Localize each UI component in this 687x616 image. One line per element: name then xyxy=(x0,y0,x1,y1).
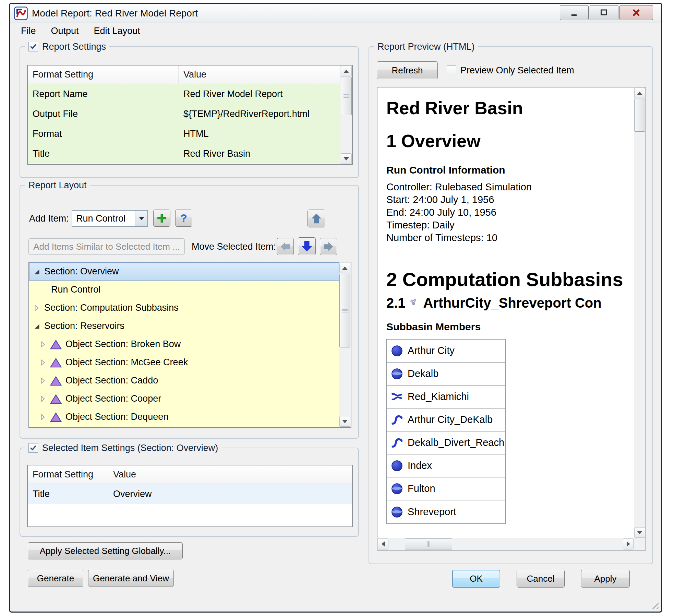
expander-expanded-icon[interactable] xyxy=(33,322,41,330)
cancel-label: Cancel xyxy=(527,573,555,584)
apply-selected-setting-globally-button[interactable]: Apply Selected Setting Globally... xyxy=(28,542,183,559)
setting-value: HTML xyxy=(179,124,340,144)
refresh-button[interactable]: Refresh xyxy=(377,61,438,79)
ok-button[interactable]: OK xyxy=(452,570,500,588)
menu-output[interactable]: Output xyxy=(44,23,86,39)
minimize-button[interactable] xyxy=(560,5,589,20)
resize-grip[interactable] xyxy=(650,601,659,609)
tree-item-section-computation-subbasins[interactable]: Section: Computation Subbasins xyxy=(29,299,339,317)
confluence-icon xyxy=(390,390,403,403)
scrollbar-down-button[interactable] xyxy=(634,527,645,538)
column-header-format-setting[interactable]: Format Setting xyxy=(28,465,108,484)
maximize-button[interactable] xyxy=(590,5,618,20)
tree-item-label: Run Control xyxy=(51,284,100,295)
add-item-combobox[interactable]: Run Control xyxy=(72,210,148,227)
move-left-icon xyxy=(280,241,291,252)
report-layout-group: Report Layout Add Item: Run Control ? Ad… xyxy=(20,185,359,439)
column-header-format-setting[interactable]: Format Setting xyxy=(28,66,179,84)
apply-button[interactable]: Apply xyxy=(581,570,630,588)
scrollbar-down-button[interactable] xyxy=(339,416,350,427)
scrollbar-up-button[interactable] xyxy=(339,263,350,273)
report-settings-checkbox[interactable] xyxy=(28,42,38,51)
tree-item-run-control[interactable]: Run Control xyxy=(29,281,339,299)
table-row[interactable]: Title Red River Basin xyxy=(28,144,340,164)
preview-only-selected-item-checkbox[interactable] xyxy=(447,66,456,75)
tree-item-object-mcgee-creek[interactable]: Object Section: McGee Creek xyxy=(29,353,339,371)
scroll-up-icon xyxy=(344,70,349,73)
scrollbar-thumb[interactable] xyxy=(405,538,452,549)
tree-item-object-cooper[interactable]: Object Section: Cooper xyxy=(29,390,339,408)
expander-expanded-icon[interactable] xyxy=(33,268,41,276)
expander-collapsed-icon[interactable] xyxy=(39,358,47,367)
title-bar[interactable]: Model Report: Red River Model Report xyxy=(10,4,661,23)
table-row[interactable]: Output File ${TEMP}/RedRiverReport.html xyxy=(28,104,340,124)
add-item-button[interactable] xyxy=(153,210,170,227)
run-control-line: Number of Timesteps: 10 xyxy=(386,232,634,244)
tree-item-label: Object Section: Broken Bow xyxy=(65,339,181,350)
vertical-scrollbar[interactable] xyxy=(340,66,352,164)
apply-label: Apply xyxy=(594,573,616,584)
generate-and-view-button[interactable]: Generate and View xyxy=(88,570,174,587)
reach-icon xyxy=(390,436,403,449)
menu-edit-layout[interactable]: Edit Layout xyxy=(86,23,148,39)
table-row[interactable]: Format HTML xyxy=(28,124,340,144)
horizontal-scrollbar[interactable] xyxy=(377,538,634,550)
add-similar-button[interactable]: Add Items Similar to Selected Item ... xyxy=(28,238,185,255)
thumb-grip xyxy=(427,541,430,547)
report-settings-label: Report Settings xyxy=(42,42,106,52)
expander-collapsed-icon[interactable] xyxy=(39,377,47,385)
ok-label: OK xyxy=(470,573,483,584)
expander-collapsed-icon[interactable] xyxy=(39,413,47,421)
thumb-grip xyxy=(344,94,349,98)
run-control-line: End: 24:00 July 10, 1956 xyxy=(386,206,634,219)
scrollbar-down-button[interactable] xyxy=(341,153,352,164)
run-control-line: Start: 24:00 July 1, 1956 xyxy=(386,193,634,206)
refresh-label: Refresh xyxy=(391,65,423,76)
scrollbar-thumb[interactable] xyxy=(634,99,645,132)
close-button[interactable] xyxy=(619,5,653,20)
generate-label: Generate xyxy=(37,573,74,584)
expander-collapsed-icon[interactable] xyxy=(33,304,41,312)
cancel-button[interactable]: Cancel xyxy=(517,570,565,588)
table-row[interactable]: Report Name Red River Model Report xyxy=(28,84,340,104)
generate-button[interactable]: Generate xyxy=(28,570,83,587)
scrollbar-left-button[interactable] xyxy=(378,538,388,549)
scrollbar-right-button[interactable] xyxy=(623,538,634,549)
move-right-button[interactable] xyxy=(320,238,337,255)
menu-file[interactable]: File xyxy=(13,23,44,39)
table-row[interactable]: Title Overview xyxy=(28,484,352,504)
thumb-grip xyxy=(342,309,348,312)
member-row: Shreveport xyxy=(387,500,505,523)
expander-collapsed-icon[interactable] xyxy=(39,395,47,403)
member-name: Red_Kiamichi xyxy=(408,391,469,402)
scrollbar-up-button[interactable] xyxy=(634,88,645,98)
selected-item-settings-table: Format Setting Value Title Overview xyxy=(27,465,353,527)
tree-item-section-reservoirs[interactable]: Section: Reservoirs xyxy=(29,317,339,335)
setting-name: Format xyxy=(28,124,179,144)
column-header-value[interactable]: Value xyxy=(179,66,340,84)
move-up-button[interactable] xyxy=(308,210,325,227)
move-down-button[interactable] xyxy=(298,237,316,255)
tree-item-section-overview[interactable]: Section: Overview xyxy=(29,262,339,281)
column-header-value[interactable]: Value xyxy=(108,465,352,484)
selected-item-settings-checkbox[interactable] xyxy=(28,443,38,453)
scroll-right-icon xyxy=(627,541,630,547)
tree-item-object-caddo[interactable]: Object Section: Caddo xyxy=(29,371,339,390)
chevron-down-icon[interactable] xyxy=(135,211,147,226)
tree-item-object-dequeen[interactable]: Object Section: Dequeen xyxy=(29,408,339,426)
help-button[interactable]: ? xyxy=(175,210,192,227)
gage-icon xyxy=(390,482,403,495)
gage-icon xyxy=(390,506,403,519)
scrollbar-thumb[interactable] xyxy=(339,274,350,347)
member-name: Arthur City xyxy=(408,345,455,356)
tree-item-object-broken-bow[interactable]: Object Section: Broken Bow xyxy=(29,335,339,353)
maximize-icon xyxy=(599,8,609,17)
member-row: Arthur City_DeKalb xyxy=(387,408,505,431)
scrollbar-thumb[interactable] xyxy=(341,77,352,115)
expander-collapsed-icon[interactable] xyxy=(39,340,47,348)
scrollbar-up-button[interactable] xyxy=(341,66,352,76)
preview-pane[interactable]: Red River Basin 1 Overview Run Control I… xyxy=(377,87,646,550)
vertical-scrollbar[interactable] xyxy=(339,262,351,427)
move-left-button[interactable] xyxy=(277,238,294,255)
vertical-scrollbar[interactable] xyxy=(634,87,646,538)
